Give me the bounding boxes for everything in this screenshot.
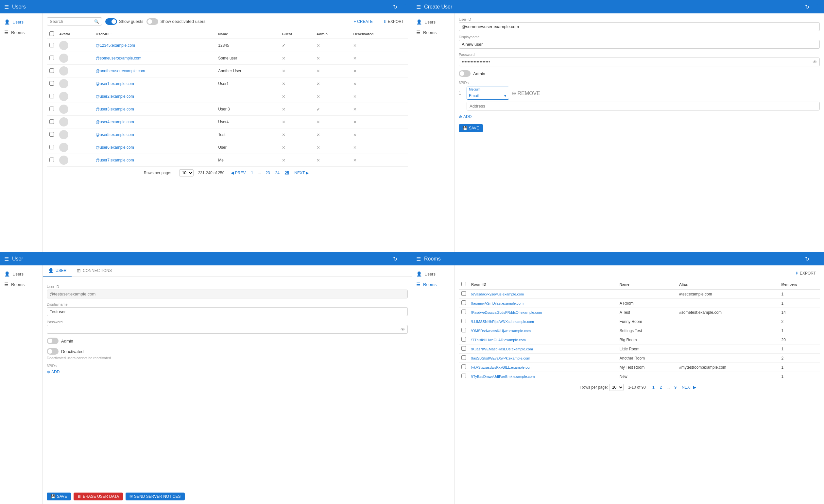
hamburger-icon[interactable]: ☰: [4, 256, 9, 262]
sidebar-item-rooms[interactable]: ☰ Rooms: [412, 279, 454, 289]
row-checkbox[interactable]: [461, 355, 466, 360]
hamburger-icon[interactable]: ☰: [416, 256, 421, 262]
rows-per-page-select[interactable]: 10 25 50: [179, 169, 194, 176]
remove-pid-button[interactable]: ⊖ REMOVE: [512, 90, 540, 96]
room-id-cell[interactable]: !ykAStwxasdwsKkxGILL:example.com: [469, 363, 617, 372]
row-checkbox[interactable]: [461, 309, 466, 314]
sidebar-item-users[interactable]: 👤 Users: [0, 17, 42, 27]
row-checkbox[interactable]: [49, 107, 54, 111]
displayname-input[interactable]: [459, 40, 820, 49]
room-id-cell[interactable]: !IasSBSIsdWEvaXwPk:example.com: [469, 354, 617, 363]
userid-header[interactable]: User-ID ↑: [93, 29, 216, 39]
room-id-cell[interactable]: !tTyBasDmweUdfFaeBmk:example.com: [469, 372, 617, 381]
user-id-cell[interactable]: @anotheruser:example.com: [93, 65, 216, 78]
account-icon[interactable]: 👤: [401, 256, 408, 262]
user-id-cell[interactable]: @user5:example.com: [93, 128, 216, 141]
send-notices-button[interactable]: ✉ SEND SERVER NOTICES: [125, 493, 184, 500]
page-1-button[interactable]: 1: [650, 384, 656, 390]
sidebar-item-rooms[interactable]: ☰ Rooms: [0, 279, 42, 289]
page-25-button[interactable]: 25: [283, 170, 291, 176]
page-9-button[interactable]: 9: [672, 384, 679, 390]
eye-icon[interactable]: 👁: [401, 327, 405, 332]
refresh-icon[interactable]: ↻: [393, 4, 397, 10]
prev-button[interactable]: ◀ PREV: [229, 170, 247, 176]
search-input[interactable]: [50, 19, 92, 24]
sidebar-item-users[interactable]: 👤 Users: [412, 269, 454, 279]
user-id-cell[interactable]: @someuser:example.com: [93, 52, 216, 65]
row-checkbox[interactable]: [49, 157, 54, 162]
room-id-cell[interactable]: !KuasNWEMasdHasLOs:example.com: [469, 345, 617, 354]
account-icon[interactable]: 👤: [813, 256, 820, 262]
user-id-cell[interactable]: @user4:example.com: [93, 116, 216, 128]
rooms-next-button[interactable]: NEXT ▶: [680, 384, 698, 390]
row-checkbox[interactable]: [49, 94, 54, 98]
room-id-cell[interactable]: !TTnlslkHHweOLAD:example.com: [469, 335, 617, 345]
address-input[interactable]: [467, 102, 820, 111]
password-input[interactable]: [459, 57, 820, 67]
row-checkbox[interactable]: [461, 374, 466, 378]
account-icon[interactable]: 👤: [813, 4, 820, 10]
row-checkbox[interactable]: [49, 81, 54, 86]
page-2-button[interactable]: 2: [658, 384, 664, 390]
tab-connections[interactable]: ⊞ CONNECTIONS: [72, 265, 117, 276]
erase-button[interactable]: 🗑 ERASE USER DATA: [74, 493, 123, 500]
refresh-icon[interactable]: ↻: [805, 256, 809, 262]
save-button[interactable]: 💾 SAVE: [459, 124, 483, 132]
user-id-cell[interactable]: @user3:example.com: [93, 103, 216, 116]
eye-icon[interactable]: 👁: [813, 59, 817, 65]
refresh-icon[interactable]: ↻: [393, 256, 397, 262]
add-pid-button[interactable]: ⊕ ADD: [47, 370, 60, 374]
row-checkbox[interactable]: [49, 119, 54, 124]
sidebar-item-users[interactable]: 👤 Users: [0, 269, 42, 279]
export-button[interactable]: ⬇ EXPORT: [379, 18, 408, 25]
rooms-export-button[interactable]: ⬇ EXPORT: [791, 269, 820, 277]
displayname-input[interactable]: [47, 307, 408, 316]
pid-email-select[interactable]: Email ▼: [467, 92, 509, 99]
tab-user[interactable]: 👤 USER: [43, 265, 72, 276]
admin-toggle[interactable]: [47, 338, 59, 344]
row-checkbox[interactable]: [461, 346, 466, 351]
page-24-button[interactable]: 24: [273, 170, 282, 176]
hamburger-icon[interactable]: ☰: [4, 4, 9, 10]
password-input[interactable]: [47, 325, 408, 334]
row-checkbox[interactable]: [49, 132, 54, 137]
room-id-cell[interactable]: !LLIMSSNHhRjsdWNXsd:example.com: [469, 317, 617, 326]
row-checkbox[interactable]: [461, 291, 466, 296]
refresh-icon[interactable]: ↻: [805, 4, 809, 10]
admin-toggle[interactable]: [459, 70, 471, 77]
row-checkbox[interactable]: [49, 55, 54, 60]
create-button[interactable]: + CREATE: [350, 18, 377, 25]
show-guests-toggle[interactable]: [105, 18, 117, 25]
page-23-button[interactable]: 23: [264, 170, 272, 176]
show-deactivated-toggle[interactable]: [146, 18, 158, 25]
select-all-rooms-checkbox[interactable]: [461, 282, 466, 286]
user-id-input[interactable]: [459, 22, 820, 31]
page-1-button[interactable]: 1: [249, 170, 255, 176]
row-checkbox[interactable]: [461, 300, 466, 305]
select-all-checkbox[interactable]: [49, 31, 54, 36]
user-id-cell[interactable]: @user6:example.com: [93, 141, 216, 154]
row-checkbox[interactable]: [49, 68, 54, 73]
hamburger-icon[interactable]: ☰: [416, 4, 421, 10]
user-id-cell[interactable]: @user1:example.com: [93, 78, 216, 90]
account-icon[interactable]: 👤: [401, 4, 408, 10]
user-id-cell[interactable]: @user7:example.com: [93, 154, 216, 167]
user-id-input[interactable]: [47, 289, 408, 298]
room-id-cell[interactable]: !FasdweDssccaGLdsFRddsOI:example.com: [469, 308, 617, 317]
room-id-cell[interactable]: !eVasdacvxysewus:example.com: [469, 289, 617, 299]
rows-per-page-select[interactable]: 10 25: [609, 384, 624, 391]
sidebar-item-rooms[interactable]: ☰ Rooms: [0, 27, 42, 37]
user-id-cell[interactable]: @12345:example.com: [93, 39, 216, 52]
add-pid-button[interactable]: ⊕ ADD: [459, 114, 472, 119]
sidebar-item-rooms[interactable]: ☰ Rooms: [412, 27, 454, 37]
row-checkbox[interactable]: [461, 337, 466, 342]
sidebar-item-users[interactable]: 👤 Users: [412, 17, 454, 27]
room-id-cell[interactable]: !IasmnwASmDilasi:example.com: [469, 299, 617, 308]
deactivated-toggle[interactable]: [47, 348, 59, 355]
next-button[interactable]: NEXT ▶: [292, 170, 311, 176]
row-checkbox[interactable]: [461, 319, 466, 323]
row-checkbox[interactable]: [49, 43, 54, 47]
room-id-cell[interactable]: !OMSDsdweasslUUjwe:example.com: [469, 326, 617, 335]
row-checkbox[interactable]: [461, 364, 466, 369]
save-button[interactable]: 💾 SAVE: [47, 493, 71, 500]
